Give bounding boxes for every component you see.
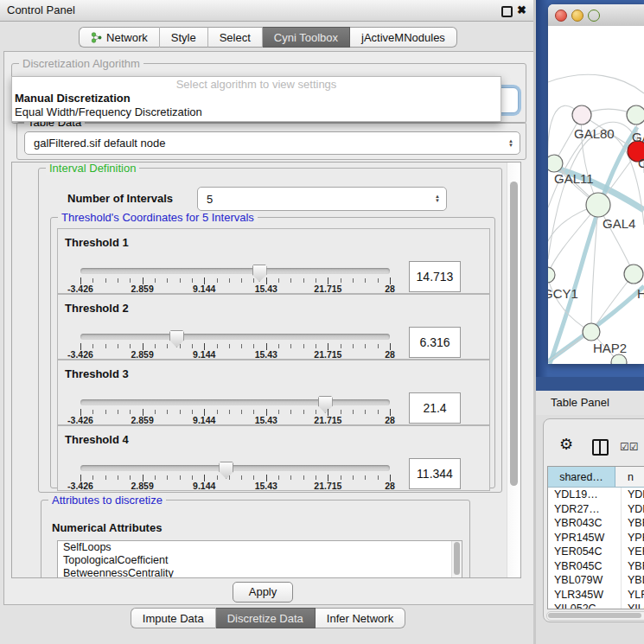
threshold-value-field[interactable]: 6.316 (409, 327, 461, 358)
attribute-items: SelfLoopsTopologicalCoefficientBetweenne… (58, 541, 462, 578)
cell-name[interactable]: YLR3 (622, 588, 644, 603)
cell-name[interactable]: YBL0 (622, 573, 644, 588)
network-node[interactable] (548, 267, 555, 283)
node-label: GAL11 (554, 171, 594, 186)
apply-button[interactable]: Apply (233, 582, 293, 603)
node-label: GA (632, 130, 644, 144)
mac-close-icon[interactable] (555, 10, 567, 22)
table-scrollbar-thumb[interactable] (548, 613, 641, 618)
screen: Control Panel ✖ NetworkStyleSelectCyni T… (0, 0, 644, 644)
tab-cyni-toolbox[interactable]: Cyni Toolbox (263, 27, 350, 48)
settings-vertical-scrollbar[interactable] (507, 163, 520, 577)
tab-label: Style (171, 31, 196, 44)
threshold-value-field[interactable]: 11.344 (409, 458, 461, 489)
tab-network[interactable]: Network (79, 27, 160, 48)
cell-name[interactable]: YPR1 (622, 531, 644, 545)
network-window-titlebar[interactable] (548, 4, 644, 27)
cell-name[interactable]: YIL0 (622, 602, 644, 609)
select-columns-icon[interactable]: ☑☑ (620, 441, 639, 453)
threshold-panel-2: Threshold 2-3.4262.8599.14415.4321.71528… (57, 294, 490, 360)
threshold-slider[interactable]: -3.4262.8599.14415.4321.71528 (80, 295, 390, 359)
table-data-selected-value: galFiltered.sif default node (34, 132, 165, 154)
cell-shared-name[interactable]: YPR145W (548, 531, 622, 545)
table-row[interactable]: YLR345WYLR3 (548, 588, 644, 603)
algorithm-dropdown-popup: Select algorithm to view settings Manual… (11, 76, 501, 122)
dropdown-item-manual-discretization[interactable]: Manual Discretization (12, 92, 501, 105)
tab-label: Cyni Toolbox (274, 31, 338, 44)
attributes-list-scrollbar-thumb[interactable] (454, 542, 460, 575)
network-node[interactable] (548, 155, 563, 172)
table-data-combobox[interactable]: galFiltered.sif default node ▲▼ (24, 131, 520, 155)
table-row[interactable]: YIL052CYIL0 (548, 602, 644, 609)
network-canvas[interactable]: GAL80GACGAL11GAL4GCY1HHAP2 (548, 26, 644, 364)
network-node[interactable] (572, 105, 591, 124)
numerical-attributes-list[interactable]: SelfLoopsTopologicalCoefficientBetweenne… (57, 540, 462, 578)
dropdown-prompt-item[interactable]: Select algorithm to view settings (12, 77, 501, 92)
cell-name[interactable]: YER0 (622, 545, 644, 559)
table-row[interactable]: YBL079WYBL0 (548, 573, 644, 588)
network-node[interactable] (583, 323, 600, 341)
slider-track[interactable] (80, 334, 390, 340)
tab-discretize-data[interactable]: Discretize Data (216, 608, 316, 628)
table-row[interactable]: YBR043CYBR0 (548, 516, 644, 531)
network-node[interactable] (624, 265, 643, 284)
column-header-shared-name[interactable]: shared… (548, 467, 615, 487)
cell-shared-name[interactable]: YLR345W (548, 588, 622, 603)
threshold-slider[interactable]: -3.4262.8599.14415.4321.71528 (80, 360, 390, 424)
cell-shared-name[interactable]: YBR045C (548, 559, 622, 574)
cell-shared-name[interactable]: YBL079W (548, 573, 622, 588)
split-columns-icon[interactable] (592, 439, 609, 456)
slider-track[interactable] (80, 465, 390, 471)
cell-shared-name[interactable]: YBR043C (548, 516, 622, 531)
cell-name[interactable]: YDR2 (622, 502, 644, 517)
slider-track[interactable] (80, 268, 390, 274)
column-header-name[interactable]: n (615, 467, 644, 487)
network-node[interactable] (586, 193, 610, 217)
dropdown-item-equal-width-frequency[interactable]: Equal Width/Frequency Discretization (12, 105, 501, 119)
table-rows: YDL19…YDL1YDR27…YDR2YBR043CYBR0YPR145WYP… (548, 488, 644, 609)
attribute-item-betweennesscentrality[interactable]: BetweennessCentrality (58, 567, 462, 578)
threshold-value-field[interactable]: 14.713 (409, 261, 461, 292)
table-panel-header: Table Panel (536, 391, 644, 416)
float-window-icon[interactable] (501, 6, 513, 17)
network-node[interactable] (627, 105, 644, 124)
settings-scrollbar-thumb[interactable] (510, 182, 518, 486)
top-tab-bar: NetworkStyleSelectCyni ToolboxjActiveMNo… (0, 27, 536, 48)
node-label: H (637, 286, 644, 301)
gear-icon[interactable]: ⚙ (559, 437, 573, 452)
tab-label: jActiveMNodules (361, 31, 445, 44)
threshold-value-field[interactable]: 21.4 (409, 392, 461, 424)
mac-zoom-icon[interactable] (588, 10, 600, 22)
cell-shared-name[interactable]: YDR27… (548, 502, 622, 517)
threshold-panel-4: Threshold 4-3.4262.8599.14415.4321.71528… (57, 425, 490, 491)
slider-track[interactable] (80, 399, 390, 405)
table-row[interactable]: YDR27…YDR2 (548, 502, 644, 517)
attribute-item-selfloops[interactable]: SelfLoops (58, 541, 462, 554)
node-table-panel: ⚙ ☑☑ shared… n YDL19…YDL1YDR27…YDR2YBR04… (543, 418, 644, 622)
tab-select[interactable]: Select (208, 27, 263, 48)
attribute-item-topologicalcoefficient[interactable]: TopologicalCoefficient (58, 554, 462, 567)
cell-name[interactable]: YBR0 (622, 516, 644, 531)
cell-name[interactable]: YDL1 (622, 488, 644, 502)
tab-infer-network[interactable]: Infer Network (316, 608, 405, 628)
attributes-list-scrollbar[interactable] (451, 541, 462, 578)
tab-jactivemnodules[interactable]: jActiveMNodules (350, 27, 457, 48)
close-icon[interactable]: ✖ (517, 3, 526, 16)
number-of-intervals-combobox[interactable]: 5 ▲▼ (197, 187, 447, 211)
threshold-slider[interactable]: -3.4262.8599.14415.4321.71528 (80, 426, 390, 490)
threshold-slider[interactable]: -3.4262.8599.14415.4321.71528 (80, 229, 390, 293)
network-view-window: GAL80GACGAL11GAL4GCY1HHAP2 (548, 4, 644, 364)
tab-impute-data[interactable]: Impute Data (131, 608, 216, 628)
table-row[interactable]: YER054CYER0 (548, 545, 644, 559)
mac-minimize-icon[interactable] (571, 10, 583, 22)
tab-style[interactable]: Style (160, 27, 208, 48)
cell-shared-name[interactable]: YER054C (548, 545, 622, 559)
cell-shared-name[interactable]: YIL052C (548, 602, 622, 609)
cell-name[interactable]: YBR0 (622, 559, 644, 574)
table-row[interactable]: YPR145WYPR1 (548, 531, 644, 545)
node-table[interactable]: shared… n YDL19…YDL1YDR27…YDR2YBR043CYBR… (547, 466, 644, 609)
cell-shared-name[interactable]: YDL19… (548, 488, 622, 502)
table-horizontal-scrollbar[interactable] (546, 611, 644, 621)
table-row[interactable]: YBR045CYBR0 (548, 559, 644, 574)
table-row[interactable]: YDL19…YDL1 (548, 488, 644, 502)
